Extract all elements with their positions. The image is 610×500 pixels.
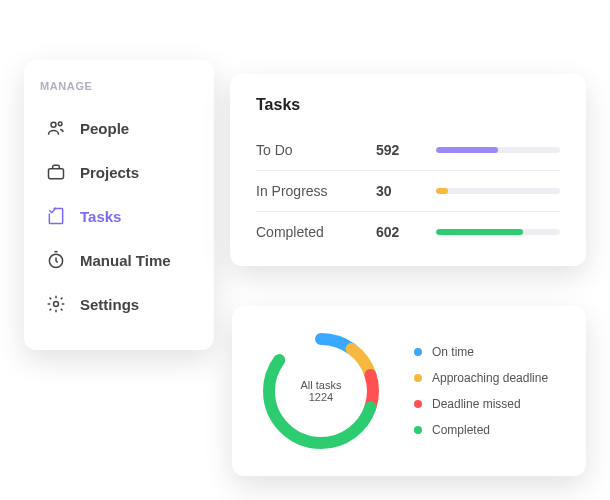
task-progress-fill (436, 147, 498, 153)
tasks-title: Tasks (256, 96, 560, 114)
sidebar-item-label: Tasks (80, 208, 121, 225)
sidebar-item-label: Projects (80, 164, 139, 181)
timer-icon (46, 250, 66, 270)
task-label: To Do (256, 142, 376, 158)
tasks-card: Tasks To Do 592 In Progress 30 Completed… (230, 74, 586, 266)
task-progress-bar (436, 229, 560, 235)
svg-point-0 (51, 122, 56, 127)
task-progress-fill (436, 188, 448, 194)
legend-dot (414, 400, 422, 408)
legend-item-missed: Deadline missed (414, 397, 548, 411)
legend-label: Deadline missed (432, 397, 521, 411)
legend-label: Approaching deadline (432, 371, 548, 385)
legend-dot (414, 374, 422, 382)
sidebar-item-people[interactable]: People (40, 106, 198, 150)
donut-center-label: All tasks 1224 (289, 379, 354, 403)
legend-item-approaching: Approaching deadline (414, 371, 548, 385)
legend-dot (414, 348, 422, 356)
gear-icon (46, 294, 66, 314)
sidebar-item-tasks[interactable]: Tasks (40, 194, 198, 238)
svg-point-1 (58, 122, 62, 126)
task-count: 602 (376, 224, 436, 240)
svg-point-4 (54, 302, 59, 307)
legend: On time Approaching deadline Deadline mi… (414, 345, 548, 437)
sidebar-item-projects[interactable]: Projects (40, 150, 198, 194)
sidebar-item-settings[interactable]: Settings (40, 282, 198, 326)
sidebar-item-label: People (80, 120, 129, 137)
task-progress-bar (436, 147, 560, 153)
task-row-completed: Completed 602 (256, 212, 560, 252)
task-label: In Progress (256, 183, 376, 199)
legend-dot (414, 426, 422, 434)
people-icon (46, 118, 66, 138)
checklist-icon (46, 206, 66, 226)
sidebar: MANAGE People Projects Tasks Manual Time… (24, 60, 214, 350)
sidebar-item-label: Settings (80, 296, 139, 313)
task-progress-fill (436, 229, 523, 235)
task-label: Completed (256, 224, 376, 240)
legend-item-ontime: On time (414, 345, 548, 359)
task-count: 592 (376, 142, 436, 158)
sidebar-item-label: Manual Time (80, 252, 171, 269)
legend-label: Completed (432, 423, 490, 437)
briefcase-icon (46, 162, 66, 182)
summary-card: All tasks 1224 On time Approaching deadl… (232, 306, 586, 476)
task-row-inprogress: In Progress 30 (256, 171, 560, 212)
legend-item-completed: Completed (414, 423, 548, 437)
sidebar-section-title: MANAGE (40, 80, 198, 92)
donut-chart: All tasks 1224 (256, 326, 386, 456)
sidebar-item-manual-time[interactable]: Manual Time (40, 238, 198, 282)
svg-rect-2 (49, 169, 64, 179)
task-count: 30 (376, 183, 436, 199)
task-row-todo: To Do 592 (256, 130, 560, 171)
task-progress-bar (436, 188, 560, 194)
legend-label: On time (432, 345, 474, 359)
